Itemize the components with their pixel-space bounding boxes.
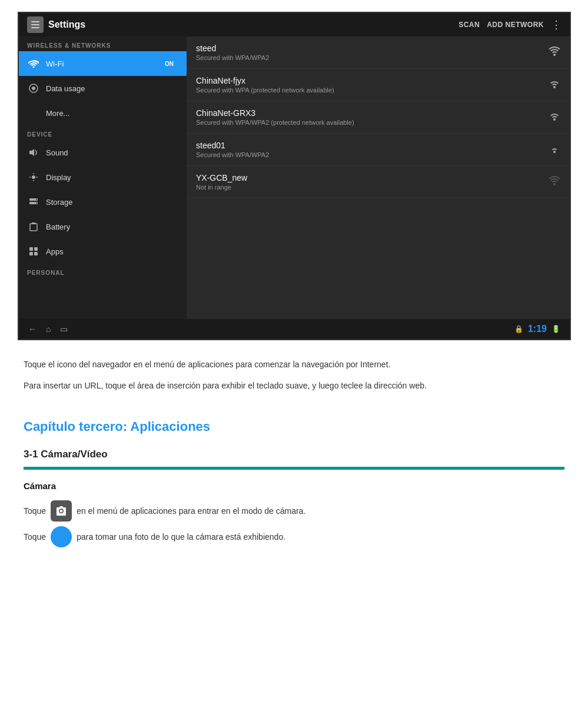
scan-button[interactable]: SCAN	[459, 21, 480, 29]
wifi-status: Not in range	[196, 184, 247, 191]
display-label: Display	[46, 173, 71, 182]
wifi-status: Secured with WPA/WPA2 (protected network…	[196, 119, 354, 126]
storage-icon	[27, 195, 40, 208]
top-bar-right: SCAN ADD NETWORK ⋮	[459, 18, 562, 31]
wifi-status: Secured with WPA/WPA2	[196, 151, 269, 158]
svg-point-13	[36, 199, 37, 200]
battery-label: Battery	[46, 222, 70, 231]
more-label: More...	[46, 109, 69, 118]
wifi-name: steed	[196, 44, 269, 53]
section-header-wireless: WIRELESS & NETWORKS	[19, 36, 187, 51]
apps-icon	[27, 245, 40, 258]
bottom-bar: ← ⌂ ▭ 🔒 1:19 🔋	[19, 319, 570, 339]
svg-rect-16	[32, 222, 35, 224]
svg-rect-20	[34, 252, 38, 255]
camera-heading: Cámara	[24, 479, 564, 493]
sidebar-item-wifi[interactable]: Wi-Fi ON	[19, 51, 187, 76]
shutter-button-icon	[51, 526, 72, 547]
more-icon	[27, 107, 40, 119]
screenshot-wrapper: Settings SCAN ADD NETWORK ⋮ WIRELESS & N…	[0, 0, 588, 346]
svg-rect-15	[30, 224, 37, 231]
sidebar-item-more[interactable]: More...	[19, 101, 187, 125]
toque-label-1: Toque	[24, 504, 46, 517]
svg-rect-1	[31, 24, 39, 25]
sidebar-item-display[interactable]: Display	[19, 165, 187, 190]
overflow-menu-icon[interactable]: ⋮	[551, 18, 562, 31]
battery-status-icon: 🔋	[552, 325, 560, 333]
chapter-title: Capítulo tercero: Aplicaciones	[24, 416, 564, 437]
battery-icon	[27, 220, 40, 233]
wifi-icon	[27, 57, 40, 70]
section-header-personal: PERSONAL	[19, 264, 187, 278]
section-header-device: DEVICE	[19, 125, 187, 140]
wifi-no-signal-icon	[549, 176, 560, 188]
wifi-info: steed01 Secured with WPA/WPA2	[196, 141, 269, 158]
storage-label: Storage	[46, 198, 73, 207]
section-1-title: 3-1 Cámara/Vídeo	[24, 446, 564, 462]
data-usage-icon	[27, 82, 40, 95]
wifi-signal-icon	[549, 144, 560, 155]
wifi-network-chinanet-grx3[interactable]: ChinaNet-GRX3 Secured with WPA/WPA2 (pro…	[187, 101, 570, 134]
sound-icon	[27, 146, 40, 159]
svg-marker-5	[29, 149, 34, 156]
toque-label-2: Toque	[24, 530, 46, 543]
wifi-name: steed01	[196, 141, 269, 150]
settings-title: Settings	[48, 19, 85, 30]
apps-label: Apps	[46, 247, 64, 256]
data-usage-label: Data usage	[46, 84, 85, 93]
section-divider	[24, 467, 564, 470]
wifi-info: YX-GCB_new Not in range	[196, 173, 247, 191]
svg-rect-2	[31, 27, 39, 28]
camera-line-1-row: Toque en el menú de aplicaciones para en…	[24, 500, 564, 522]
paragraph-1: Toque el icono del navegador en el menú …	[24, 358, 564, 371]
lock-icon: 🔒	[514, 325, 523, 333]
wifi-info: ChinaNet-fjyx Secured with WPA (protecte…	[196, 76, 334, 94]
sidebar: WIRELESS & NETWORKS Wi-Fi ON	[19, 36, 187, 319]
camera-line-1-text: en el menú de aplicaciones para entrar e…	[77, 504, 305, 517]
wifi-name: ChinaNet-fjyx	[196, 76, 334, 85]
android-screenshot: Settings SCAN ADD NETWORK ⋮ WIRELESS & N…	[18, 12, 571, 340]
svg-point-6	[32, 175, 35, 179]
wifi-name: YX-GCB_new	[196, 173, 247, 182]
svg-rect-19	[29, 252, 33, 255]
document-content: Toque el icono del navegador en el menú …	[0, 346, 588, 564]
camera-line-2-text: para tomar una foto de lo que la cámara …	[77, 530, 285, 543]
wifi-signal-icon	[549, 111, 560, 123]
wifi-network-yx-gcb-new[interactable]: YX-GCB_new Not in range	[187, 166, 570, 198]
sidebar-item-storage[interactable]: Storage	[19, 190, 187, 214]
add-network-button[interactable]: ADD NETWORK	[487, 21, 544, 29]
nav-buttons: ← ⌂ ▭	[28, 324, 68, 334]
sidebar-item-sound[interactable]: Sound	[19, 140, 187, 165]
wifi-network-steed01[interactable]: steed01 Secured with WPA/WPA2	[187, 134, 570, 166]
settings-icon	[27, 16, 44, 33]
wifi-label: Wi-Fi	[46, 59, 64, 68]
wifi-network-steed[interactable]: steed Secured with WPA/WPA2	[187, 36, 570, 69]
sidebar-item-battery[interactable]: Battery	[19, 214, 187, 239]
wifi-info: steed Secured with WPA/WPA2	[196, 44, 269, 61]
recent-apps-button[interactable]: ▭	[60, 324, 68, 334]
svg-point-14	[36, 202, 37, 204]
camera-line-2-row: Toque para tomar una foto de lo que la c…	[24, 526, 564, 547]
wifi-name: ChinaNet-GRX3	[196, 108, 354, 118]
wifi-network-chinanet-fjyx[interactable]: ChinaNet-fjyx Secured with WPA (protecte…	[187, 69, 570, 101]
display-icon	[27, 171, 40, 184]
wifi-status: Secured with WPA/WPA2	[196, 54, 269, 61]
back-button[interactable]: ←	[28, 324, 36, 334]
svg-rect-18	[34, 247, 38, 251]
sound-label: Sound	[46, 148, 68, 157]
wifi-status: Secured with WPA (protected network avai…	[196, 87, 334, 94]
svg-rect-17	[29, 247, 33, 251]
sidebar-item-data-usage[interactable]: Data usage	[19, 76, 187, 101]
svg-point-4	[32, 87, 35, 90]
top-bar-left: Settings	[27, 16, 85, 33]
camera-app-icon	[51, 500, 72, 522]
wifi-toggle[interactable]: ON	[160, 59, 178, 68]
wifi-signal-icon	[549, 47, 560, 58]
wifi-signal-icon	[549, 79, 560, 91]
sidebar-item-apps[interactable]: Apps	[19, 239, 187, 264]
wifi-info: ChinaNet-GRX3 Secured with WPA/WPA2 (pro…	[196, 108, 354, 126]
svg-rect-0	[31, 21, 39, 22]
home-button[interactable]: ⌂	[46, 324, 51, 334]
top-bar: Settings SCAN ADD NETWORK ⋮	[19, 13, 570, 36]
wifi-panel: steed Secured with WPA/WPA2 ChinaNet-fjy…	[187, 36, 570, 319]
